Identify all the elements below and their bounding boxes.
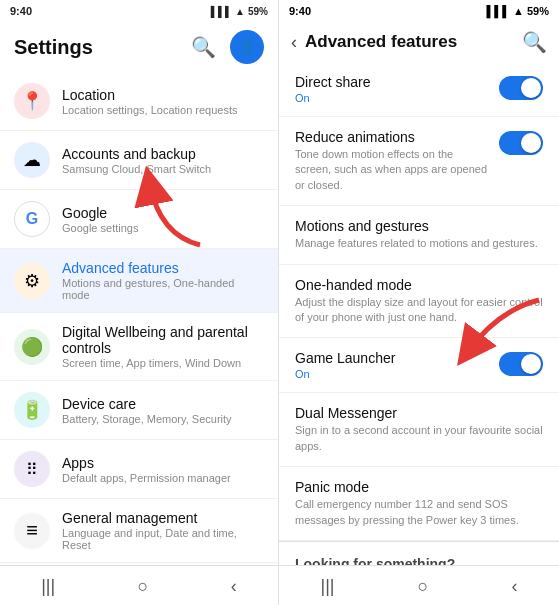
- settings-item-location[interactable]: 📍 Location Location settings, Location r…: [0, 72, 278, 131]
- dual-messenger-section[interactable]: Dual Messenger Sign in to a second accou…: [279, 393, 559, 467]
- right-nav-back[interactable]: ‹: [511, 576, 517, 597]
- right-search-icon[interactable]: 🔍: [522, 30, 547, 54]
- advanced-subtitle: Motions and gestures, One-handed mode: [62, 277, 264, 301]
- panic-title: Panic mode: [295, 479, 543, 495]
- general-title: General management: [62, 510, 264, 526]
- left-time: 9:40: [10, 5, 32, 17]
- digital-icon: 🟢: [14, 329, 50, 365]
- right-signal-icon: ▌▌▌: [487, 5, 510, 17]
- apps-subtitle: Default apps, Permission manager: [62, 472, 231, 484]
- settings-item-general[interactable]: ≡ General management Language and input,…: [0, 499, 278, 563]
- left-battery: ▌▌▌ ▲ 59%: [211, 6, 268, 17]
- avatar[interactable]: 👤: [230, 30, 264, 64]
- motions-gestures-section[interactable]: Motions and gestures Manage features rel…: [279, 206, 559, 264]
- signal-icon: ▌▌▌: [211, 6, 232, 17]
- right-content: Direct share On Reduce animations Tone d…: [279, 62, 559, 565]
- left-header: Settings 🔍 👤: [0, 22, 278, 72]
- google-title: Google: [62, 205, 138, 221]
- panic-mode-section[interactable]: Panic mode Call emergency number 112 and…: [279, 467, 559, 541]
- right-nav-menu[interactable]: |||: [321, 576, 335, 597]
- dual-messenger-title: Dual Messenger: [295, 405, 543, 421]
- reduce-animations-subtitle: Tone down motion effects on the screen, …: [295, 147, 489, 193]
- general-subtitle: Language and input, Date and time, Reset: [62, 527, 264, 551]
- panic-subtitle: Call emergency number 112 and send SOS m…: [295, 497, 543, 528]
- motions-subtitle: Manage features related to motions and g…: [295, 236, 543, 251]
- game-launcher-status: On: [295, 368, 489, 380]
- toggle-knob: [521, 354, 541, 374]
- settings-item-device[interactable]: 🔋 Device care Battery, Storage, Memory, …: [0, 381, 278, 440]
- reduce-animations-title: Reduce animations: [295, 129, 489, 145]
- right-battery: ▌▌▌ ▲ 59%: [487, 5, 549, 17]
- reduce-animations-section[interactable]: Reduce animations Tone down motion effec…: [279, 117, 559, 206]
- battery-icon: 59%: [248, 6, 268, 17]
- digital-title: Digital Wellbeing and parental controls: [62, 324, 264, 356]
- wifi-icon: ▲: [235, 6, 245, 17]
- settings-item-accessibility[interactable]: ♿ Accessibility Voice Assistant, Mono au…: [0, 563, 278, 565]
- settings-item-apps[interactable]: ⠿ Apps Default apps, Permission manager: [0, 440, 278, 499]
- direct-share-section[interactable]: Direct share On: [279, 62, 559, 117]
- apps-title: Apps: [62, 455, 231, 471]
- google-icon: G: [14, 201, 50, 237]
- accounts-title: Accounts and backup: [62, 146, 211, 162]
- right-title: Advanced features: [305, 32, 457, 52]
- direct-share-title: Direct share: [295, 74, 489, 90]
- looking-title: Looking for something?: [295, 556, 543, 565]
- direct-share-status: On: [295, 92, 489, 104]
- left-title: Settings: [14, 36, 93, 59]
- toggle-knob: [521, 133, 541, 153]
- left-nav-menu[interactable]: |||: [41, 576, 55, 597]
- one-handed-section[interactable]: One-handed mode Adjust the display size …: [279, 265, 559, 339]
- settings-item-google[interactable]: G Google Google settings: [0, 190, 278, 249]
- right-bottom-nav: ||| ○ ‹: [279, 565, 559, 605]
- digital-subtitle: Screen time, App timers, Wind Down: [62, 357, 264, 369]
- settings-list: 📍 Location Location settings, Location r…: [0, 72, 278, 565]
- search-icon[interactable]: 🔍: [191, 35, 216, 59]
- right-time: 9:40: [289, 5, 311, 17]
- device-icon: 🔋: [14, 392, 50, 428]
- google-subtitle: Google settings: [62, 222, 138, 234]
- left-panel: 9:40 ▌▌▌ ▲ 59% Settings 🔍 👤 📍 Location L…: [0, 0, 279, 605]
- accounts-icon: ☁: [14, 142, 50, 178]
- settings-item-digital[interactable]: 🟢 Digital Wellbeing and parental control…: [0, 313, 278, 381]
- toggle-knob: [521, 78, 541, 98]
- left-nav-back[interactable]: ‹: [231, 576, 237, 597]
- back-icon[interactable]: ‹: [291, 32, 297, 53]
- left-header-icons: 🔍 👤: [191, 30, 264, 64]
- direct-share-toggle[interactable]: [499, 76, 543, 100]
- settings-item-accounts[interactable]: ☁ Accounts and backup Samsung Cloud, Sma…: [0, 131, 278, 190]
- accounts-subtitle: Samsung Cloud, Smart Switch: [62, 163, 211, 175]
- right-panel: 9:40 ▌▌▌ ▲ 59% ‹ Advanced features 🔍 Dir…: [279, 0, 559, 605]
- right-battery-level: 59%: [527, 5, 549, 17]
- right-status-bar: 9:40 ▌▌▌ ▲ 59%: [279, 0, 559, 22]
- left-bottom-nav: ||| ○ ‹: [0, 565, 278, 605]
- game-launcher-toggle[interactable]: [499, 352, 543, 376]
- game-launcher-section[interactable]: Game Launcher On: [279, 338, 559, 393]
- reduce-animations-toggle[interactable]: [499, 131, 543, 155]
- location-subtitle: Location settings, Location requests: [62, 104, 238, 116]
- advanced-icon: ⚙: [14, 263, 50, 299]
- left-nav-home[interactable]: ○: [138, 576, 149, 597]
- general-icon: ≡: [14, 513, 50, 549]
- location-icon: 📍: [14, 83, 50, 119]
- device-subtitle: Battery, Storage, Memory, Security: [62, 413, 232, 425]
- one-handed-title: One-handed mode: [295, 277, 543, 293]
- right-wifi-icon: ▲: [513, 5, 527, 17]
- one-handed-subtitle: Adjust the display size and layout for e…: [295, 295, 543, 326]
- right-nav-home[interactable]: ○: [418, 576, 429, 597]
- game-launcher-title: Game Launcher: [295, 350, 489, 366]
- looking-section: Looking for something? Navigation bar: [279, 541, 559, 565]
- motions-title: Motions and gestures: [295, 218, 543, 234]
- location-title: Location: [62, 87, 238, 103]
- left-status-bar: 9:40 ▌▌▌ ▲ 59%: [0, 0, 278, 22]
- right-header: ‹ Advanced features 🔍: [279, 22, 559, 62]
- advanced-title: Advanced features: [62, 260, 264, 276]
- device-title: Device care: [62, 396, 232, 412]
- settings-item-advanced[interactable]: ⚙ Advanced features Motions and gestures…: [0, 249, 278, 313]
- apps-icon: ⠿: [14, 451, 50, 487]
- dual-messenger-subtitle: Sign in to a second account in your favo…: [295, 423, 543, 454]
